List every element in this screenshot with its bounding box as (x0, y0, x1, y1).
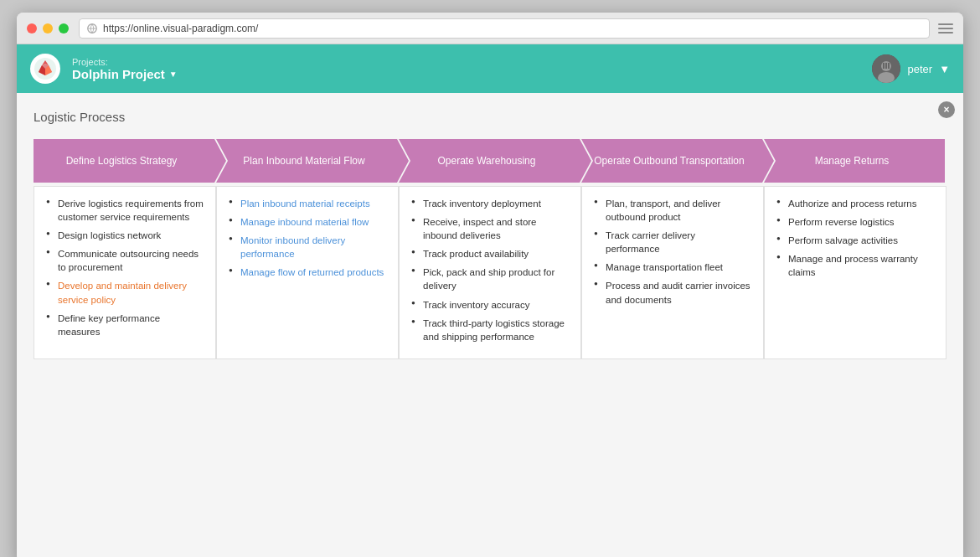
process-flow: Define Logistics StrategyDerive logistic… (34, 139, 946, 359)
url-icon (86, 23, 98, 34)
project-info: Projects: Dolphin Project ▼ (72, 57, 178, 81)
logo-icon (34, 57, 57, 80)
list-item: Perform salvage activities (776, 234, 934, 247)
project-label: Projects: (72, 57, 178, 67)
list-item: Track product availability (411, 247, 569, 260)
process-header-5: Manage Returns (764, 139, 945, 183)
user-dropdown-arrow: ▼ (939, 63, 950, 75)
browser-window: https://online.visual-paradigm.com/ Proj… (17, 13, 963, 557)
process-header-3: Operate Warehousing (399, 139, 580, 183)
list-item[interactable]: Develop and maintain delivery service po… (46, 279, 204, 306)
list-item: Track carrier delivery performance (594, 229, 751, 255)
list-item: Manage and process warranty claims (776, 252, 934, 279)
main-content: × Logistic Process Define Logistics Stra… (17, 93, 963, 557)
minimize-window-button[interactable] (43, 23, 53, 34)
menu-button[interactable] (938, 23, 953, 34)
process-column-5: Manage ReturnsAuthorize and process retu… (764, 139, 946, 359)
list-item: Plan, transport, and deliver outbound pr… (594, 197, 751, 224)
process-content-4: Plan, transport, and deliver outbound pr… (581, 186, 764, 359)
list-item: Track inventory accuracy (411, 298, 569, 312)
traffic-lights (27, 23, 69, 34)
list-item: Design logistics network (46, 229, 204, 242)
project-dropdown-arrow: ▼ (169, 70, 178, 79)
user-area[interactable]: peter ▼ (872, 54, 950, 83)
list-item: Derive logistics requirements from custo… (46, 197, 204, 224)
app-header: Projects: Dolphin Project ▼ peter (17, 44, 963, 93)
list-item: Communicate outsourcing needs to procure… (46, 247, 204, 274)
process-content-3: Track inventory deploymentReceive, inspe… (399, 186, 581, 359)
list-item: Perform reverse logistics (776, 215, 934, 229)
app-logo (30, 54, 60, 84)
close-window-button[interactable] (27, 23, 37, 34)
process-content-1: Derive logistics requirements from custo… (34, 186, 216, 359)
process-header-2: Plan Inbound Material Flow (216, 139, 397, 183)
avatar-icon (872, 54, 900, 83)
process-column-3: Operate WarehousingTrack inventory deplo… (399, 139, 581, 359)
list-item[interactable]: Monitor inbound delivery performance (229, 234, 386, 260)
process-content-2: Plan inbound material receiptsManage inb… (216, 186, 399, 359)
process-column-4: Operate Outbound TransportationPlan, tra… (581, 139, 764, 359)
title-bar: https://online.visual-paradigm.com/ (17, 13, 963, 44)
process-content-5: Authorize and process returnsPerform rev… (764, 186, 946, 359)
address-bar[interactable]: https://online.visual-paradigm.com/ (79, 18, 930, 39)
list-item: Receive, inspect and store inbound deliv… (411, 215, 569, 242)
list-item[interactable]: Manage inbound material flow (229, 215, 386, 229)
user-name: peter (907, 63, 932, 75)
list-item[interactable]: Manage flow of returned products (229, 266, 386, 279)
user-avatar (872, 54, 900, 83)
process-column-2: Plan Inbound Material FlowPlan inbound m… (216, 139, 399, 359)
list-item: Pick, pack and ship product for delivery (411, 266, 569, 292)
list-item: Authorize and process returns (776, 197, 934, 210)
list-item[interactable]: Plan inbound material receipts (229, 197, 386, 210)
maximize-window-button[interactable] (59, 23, 69, 34)
url-text: https://online.visual-paradigm.com/ (103, 23, 258, 34)
list-item: Process and audit carrier invoices and d… (594, 279, 751, 306)
close-diagram-button[interactable]: × (938, 101, 955, 118)
diagram-title: Logistic Process (34, 110, 946, 124)
list-item: Track inventory deployment (411, 197, 569, 210)
process-header-4: Operate Outbound Transportation (581, 139, 762, 183)
list-item: Track third-party logistics storage and … (411, 317, 569, 343)
list-item: Define key performance measures (46, 312, 204, 338)
process-header-1: Define Logistics Strategy (34, 139, 214, 183)
process-column-1: Define Logistics StrategyDerive logistic… (34, 139, 216, 359)
list-item: Manage transportation fleet (594, 260, 751, 274)
project-name[interactable]: Dolphin Project ▼ (72, 67, 178, 81)
